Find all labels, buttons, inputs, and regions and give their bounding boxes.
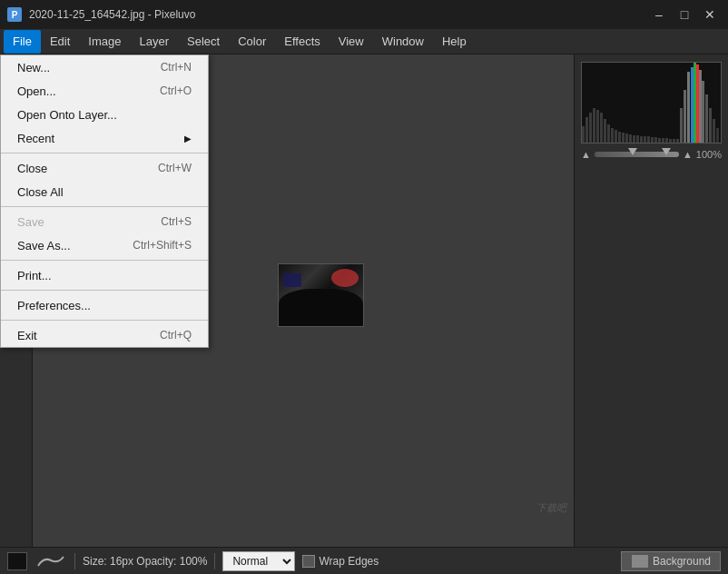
menu-help[interactable]: Help — [433, 30, 476, 54]
foreground-color-swatch[interactable] — [7, 552, 27, 570]
right-panel: ▲ ▲ 100% — [574, 54, 728, 547]
histogram-zoom-pct: 100% — [696, 149, 722, 160]
svg-rect-10 — [618, 132, 621, 143]
background-selector[interactable]: Background — [621, 551, 721, 571]
svg-rect-17 — [644, 136, 646, 143]
histogram-zoom-row: ▲ ▲ 100% — [581, 149, 722, 160]
wrap-edges-label: Wrap Edges — [319, 555, 379, 568]
image-shape-red — [331, 269, 359, 287]
svg-rect-22 — [662, 138, 664, 143]
watermark: 下载吧 — [536, 501, 566, 515]
svg-rect-28 — [684, 90, 686, 143]
svg-rect-20 — [654, 137, 657, 143]
menu-image[interactable]: Image — [79, 30, 130, 54]
svg-rect-38 — [716, 128, 719, 143]
svg-rect-31 — [694, 63, 696, 143]
svg-rect-16 — [640, 136, 643, 143]
background-label: Background — [653, 555, 711, 568]
separator-2 — [1, 206, 208, 207]
svg-rect-7 — [607, 124, 610, 143]
wrap-edges-checkbox[interactable] — [302, 555, 315, 568]
svg-rect-11 — [622, 133, 625, 143]
canvas-image-content — [279, 264, 363, 326]
histogram-svg — [582, 63, 721, 143]
background-color-swatch — [631, 554, 649, 569]
svg-rect-14 — [633, 135, 635, 143]
menu-close-all[interactable]: Close All — [1, 180, 208, 203]
status-separator-2 — [214, 553, 215, 569]
menu-recent[interactable]: Recent ▶ — [1, 126, 208, 150]
maximize-button[interactable]: □ — [674, 5, 695, 25]
menu-file[interactable]: File — [4, 30, 41, 54]
svg-rect-2 — [589, 113, 592, 143]
title-bar: P 2020-11-25_164542.jpg - Pixeluvo – □ ✕ — [0, 0, 728, 29]
svg-rect-18 — [647, 136, 650, 143]
svg-rect-36 — [709, 108, 712, 143]
svg-rect-0 — [582, 126, 585, 143]
svg-rect-8 — [611, 128, 614, 143]
menu-open[interactable]: Open... Ctrl+O — [1, 79, 208, 103]
svg-rect-25 — [673, 139, 675, 143]
svg-rect-34 — [702, 81, 704, 143]
menu-window[interactable]: Window — [373, 30, 433, 54]
svg-rect-27 — [680, 108, 683, 143]
brush-mode-icon — [34, 552, 67, 570]
menu-save[interactable]: Save Ctrl+S — [1, 210, 208, 233]
svg-rect-29 — [687, 72, 690, 143]
menu-edit[interactable]: Edit — [41, 30, 79, 54]
histogram-slider-right-thumb[interactable] — [662, 148, 671, 155]
svg-rect-33 — [699, 70, 702, 143]
svg-rect-21 — [658, 138, 661, 143]
svg-rect-3 — [593, 108, 595, 143]
svg-rect-6 — [604, 119, 606, 143]
status-bar: Size: 16px Opacity: 100% Normal Multiply… — [0, 547, 728, 574]
close-button[interactable]: ✕ — [699, 5, 721, 25]
menu-close[interactable]: Close Ctrl+W — [1, 156, 208, 180]
status-separator-1 — [74, 553, 75, 569]
svg-rect-5 — [600, 113, 603, 143]
separator-5 — [1, 320, 208, 321]
window-controls: – □ ✕ — [648, 5, 721, 25]
svg-rect-35 — [705, 94, 708, 143]
canvas-image — [278, 263, 364, 327]
window-title: 2020-11-25_164542.jpg - Pixeluvo — [29, 8, 195, 21]
svg-rect-32 — [696, 64, 699, 143]
menu-color[interactable]: Color — [229, 30, 275, 54]
svg-rect-1 — [585, 117, 588, 143]
image-shape-blue — [283, 273, 301, 287]
svg-rect-19 — [651, 137, 654, 143]
title-bar-left: P 2020-11-25_164542.jpg - Pixeluvo — [7, 7, 195, 22]
separator-1 — [1, 153, 208, 153]
menu-new[interactable]: New... Ctrl+N — [1, 55, 208, 79]
wrap-edges-row: Wrap Edges — [302, 555, 379, 568]
menu-print[interactable]: Print... — [1, 263, 208, 287]
menu-layer[interactable]: Layer — [131, 30, 179, 54]
svg-rect-4 — [596, 110, 599, 143]
separator-3 — [1, 260, 208, 261]
histogram-slider[interactable] — [595, 152, 679, 157]
histogram-slider-left-thumb[interactable] — [628, 148, 637, 155]
minimize-button[interactable]: – — [648, 5, 670, 25]
svg-rect-12 — [625, 134, 628, 143]
svg-rect-9 — [615, 130, 617, 143]
menu-effects[interactable]: Effects — [275, 30, 330, 54]
svg-rect-15 — [636, 135, 639, 143]
menu-preferences[interactable]: Preferences... — [1, 293, 208, 317]
menu-open-onto-layer[interactable]: Open Onto Layer... — [1, 103, 208, 126]
blend-mode-select[interactable]: Normal Multiply Screen Overlay Darken Li… — [222, 551, 295, 571]
svg-rect-37 — [713, 119, 715, 143]
separator-4 — [1, 290, 208, 291]
zoom-left-indicator: ▲ — [581, 149, 591, 160]
menu-view[interactable]: View — [330, 30, 373, 54]
menu-select[interactable]: Select — [178, 30, 229, 54]
brush-icon-svg — [36, 553, 65, 569]
file-dropdown-menu: New... Ctrl+N Open... Ctrl+O Open Onto L… — [0, 54, 209, 348]
image-shape-dark — [279, 289, 363, 326]
menu-exit[interactable]: Exit Ctrl+Q — [1, 323, 208, 347]
menu-bar: File Edit Image Layer Select Color Effec… — [0, 29, 728, 54]
svg-rect-26 — [676, 139, 679, 143]
svg-rect-23 — [665, 138, 668, 143]
recent-arrow-icon: ▶ — [184, 134, 192, 144]
zoom-right-indicator: ▲ — [683, 149, 693, 160]
menu-save-as[interactable]: Save As... Ctrl+Shift+S — [1, 233, 208, 257]
